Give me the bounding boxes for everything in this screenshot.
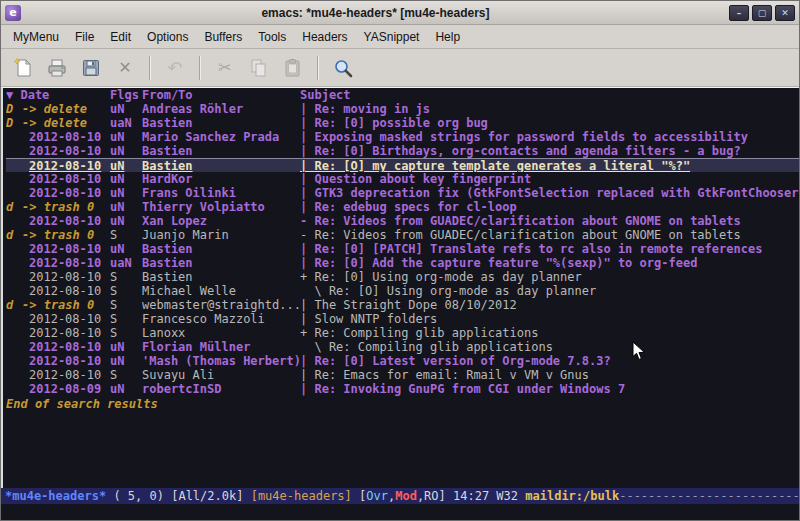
message-row[interactable]: 2012-08-10SMichael Welle \ Re: [O] Using… <box>6 284 799 298</box>
row-from: 'Mash (Thomas Herbert) <box>142 354 300 368</box>
column-header-from[interactable]: From/To <box>142 88 300 102</box>
row-flags: uN <box>110 130 142 144</box>
column-header-date[interactable]: ▼ Date <box>6 88 110 102</box>
message-row[interactable]: 2012-08-10SSuvayu Ali| Re: Emacs for ema… <box>6 368 799 382</box>
row-from: Bastien <box>142 144 300 158</box>
message-row-current[interactable]: 2012-08-10uNBastien| Re: [O] my capture … <box>6 158 799 172</box>
row-from: Mario Sanchez Prada <box>142 130 300 144</box>
message-row[interactable]: 2012-08-10SBastien+ Re: [0] Using org-mo… <box>6 270 799 284</box>
message-row[interactable]: 2012-08-10uN'Mash (Thomas Herbert)| Re: … <box>6 354 799 368</box>
row-subject: | Re: Emacs for email: Rmail v VM v Gnus <box>300 368 799 382</box>
row-flags: uN <box>110 214 142 228</box>
menu-mymenu[interactable]: MyMenu <box>5 27 67 47</box>
search-icon <box>332 57 354 79</box>
modeline-folder: maildir:/bulk <box>525 488 619 504</box>
undo-button[interactable]: ↶ <box>161 54 189 82</box>
message-row[interactable]: d-> trash 0SJuanjo Marin- Re: Videos fro… <box>6 228 799 242</box>
message-row[interactable]: 2012-08-10SFrancesco Mazzoli| Slow NNTP … <box>6 312 799 326</box>
close-button[interactable]: ✕ <box>775 5 795 21</box>
menu-buffers[interactable]: Buffers <box>196 27 250 47</box>
column-header-subject[interactable]: Subject <box>300 88 799 102</box>
titlebar[interactable]: e emacs: *mu4e-headers* [mu4e-headers] –… <box>1 1 799 25</box>
row-from: Bastien <box>142 256 300 270</box>
message-row[interactable]: 2012-08-10uaNBastien| Re: [0] Add the ca… <box>6 256 799 270</box>
row-flags: uN <box>110 242 142 256</box>
menu-yasnippet[interactable]: YASnippet <box>356 27 428 47</box>
row-mark <box>6 326 22 340</box>
row-flags: uN <box>110 102 142 116</box>
row-flags: S <box>110 326 142 340</box>
row-flags: S <box>110 298 142 312</box>
headers-buffer[interactable]: ▼ Date Flgs From/To Subject D-> deleteuN… <box>1 87 799 488</box>
row-date: 2012-08-10 <box>22 186 110 200</box>
row-flags: uN <box>110 200 142 214</box>
menu-file[interactable]: File <box>67 27 102 47</box>
close-buffer-button[interactable]: ✕ <box>111 54 139 82</box>
row-flags: S <box>110 228 142 242</box>
paste-button[interactable] <box>279 54 307 82</box>
toolbar-separator <box>149 56 151 80</box>
save-button[interactable] <box>77 54 105 82</box>
menubar: MyMenuFileEditOptionsBuffersToolsHeaders… <box>1 25 799 49</box>
modeline-plain: ( 5, 0) <box>106 488 171 504</box>
copy-button[interactable] <box>245 54 273 82</box>
message-row[interactable]: 2012-08-10uNXan Lopez- Re: Videos from G… <box>6 214 799 228</box>
message-row[interactable]: d-> trash 0uNThierry Volpiatto| Re: edeb… <box>6 200 799 214</box>
save-icon <box>80 57 102 79</box>
message-row[interactable]: d-> trash 0Swebmaster@straightd...| The … <box>6 298 799 312</box>
menu-help[interactable]: Help <box>427 27 468 47</box>
new-file-button[interactable] <box>9 54 37 82</box>
message-row[interactable]: 2012-08-10uNBastien| Re: [0] Birthdays, … <box>6 144 799 158</box>
message-row[interactable]: D-> deleteuNAndreas Röhler| Re: moving i… <box>6 102 799 116</box>
menu-edit[interactable]: Edit <box>102 27 139 47</box>
row-from: Juanjo Marin <box>142 228 300 242</box>
row-date: 2012-08-10 <box>22 144 110 158</box>
maximize-button[interactable]: ▢ <box>752 5 772 21</box>
row-mark <box>6 242 22 256</box>
column-header-flags[interactable]: Flgs <box>110 88 142 102</box>
message-row[interactable]: 2012-08-09uNrobertcInSD| Re: Invoking Gn… <box>6 382 799 396</box>
message-row[interactable]: 2012-08-10uNHardKor| Question about key … <box>6 172 799 186</box>
print-button[interactable] <box>43 54 71 82</box>
minimize-button[interactable]: – <box>729 5 749 21</box>
message-row[interactable]: 2012-08-10uNFlorian Müllner \ Re: Compil… <box>6 340 799 354</box>
row-date: 2012-08-10 <box>22 312 110 326</box>
message-list: D-> deleteuNAndreas Röhler| Re: moving i… <box>6 102 799 396</box>
scrollbar[interactable] <box>1 88 3 488</box>
message-row[interactable]: D-> deleteuaNBastien| Re: [0] possible o… <box>6 116 799 130</box>
row-mark: D <box>6 116 22 130</box>
modeline-plain: 14:27 W32 <box>453 488 525 504</box>
menu-options[interactable]: Options <box>139 27 196 47</box>
menu-headers[interactable]: Headers <box>294 27 355 47</box>
search-button[interactable] <box>329 54 357 82</box>
row-subject: - Re: Videos from GUADEC/clarification a… <box>300 214 799 228</box>
row-date: 2012-08-09 <box>22 382 110 396</box>
row-flags: uN <box>110 340 142 354</box>
modeline-plain: [All/2.0k] <box>171 488 250 504</box>
message-row[interactable]: 2012-08-10uNFrans Oilinki| GTK3 deprecat… <box>6 186 799 200</box>
row-date: -> delete <box>22 102 110 116</box>
row-subject: | Exposing masked strings for password f… <box>300 130 799 144</box>
row-flags: S <box>110 312 142 326</box>
menu-tools[interactable]: Tools <box>250 27 294 47</box>
row-from: Bastien <box>142 242 300 256</box>
echo-area[interactable] <box>1 504 799 520</box>
row-subject: | Re: [O] my capture template generates … <box>300 159 799 172</box>
row-subject: \ Re: [O] Using org-mode as day planner <box>300 284 799 298</box>
message-row[interactable]: 2012-08-10uNMario Sanchez Prada| Exposin… <box>6 130 799 144</box>
row-from: robertcInSD <box>142 382 300 396</box>
row-subject: | Re: [0] possible org bug <box>300 116 799 130</box>
window-title: emacs: *mu4e-headers* [mu4e-headers] <box>25 6 726 20</box>
cut-icon: ✂ <box>218 58 231 77</box>
message-row[interactable]: 2012-08-10uNBastien| Re: [0] [PATCH] Tra… <box>6 242 799 256</box>
row-date: 2012-08-10 <box>22 368 110 382</box>
message-row[interactable]: 2012-08-10SLanoxx+ Re: Compiling glib ap… <box>6 326 799 340</box>
row-subject: | Re: [0] Add the capture feature "%(sex… <box>300 256 799 270</box>
row-subject: | Re: moving in js <box>300 102 799 116</box>
row-flags: S <box>110 368 142 382</box>
cut-button[interactable]: ✂ <box>211 54 239 82</box>
row-from: Suvayu Ali <box>142 368 300 382</box>
row-subject: | Slow NNTP folders <box>300 312 799 326</box>
modeline-buffer: *mu4e-headers* <box>5 488 106 504</box>
row-mark: d <box>6 200 22 214</box>
